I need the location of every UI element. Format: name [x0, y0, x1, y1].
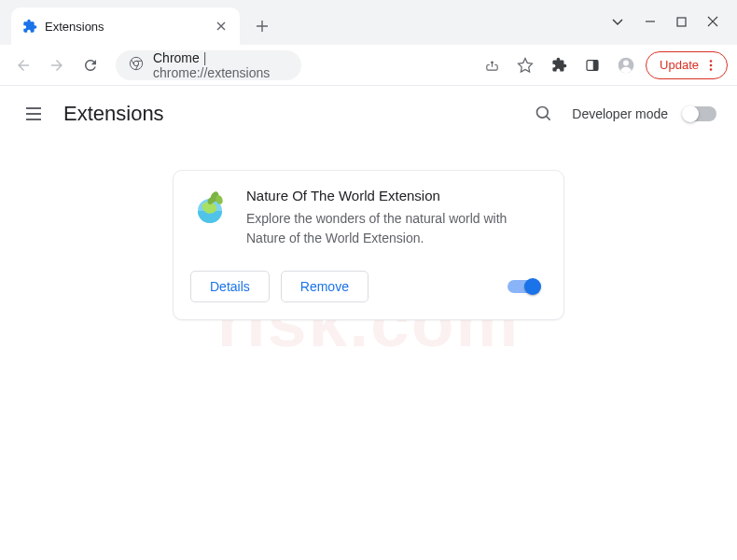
extension-puzzle-icon	[22, 19, 37, 34]
search-icon[interactable]	[531, 101, 557, 127]
svg-point-9	[710, 68, 713, 71]
minimize-icon[interactable]	[645, 15, 656, 30]
new-tab-button[interactable]	[249, 13, 275, 39]
side-panel-icon[interactable]	[578, 51, 606, 79]
extensions-puzzle-icon[interactable]	[545, 51, 573, 79]
reload-button[interactable]	[76, 51, 104, 79]
profile-avatar-icon[interactable]	[612, 51, 640, 79]
extension-enable-toggle[interactable]	[508, 280, 539, 293]
bookmark-star-icon[interactable]	[511, 51, 539, 79]
window-titlebar: Extensions	[0, 0, 737, 45]
svg-point-6	[623, 60, 629, 65]
remove-button[interactable]: Remove	[281, 271, 368, 302]
svg-point-8	[710, 63, 713, 66]
svg-rect-0	[677, 18, 686, 26]
chrome-icon	[129, 56, 144, 75]
svg-point-7	[710, 60, 713, 63]
svg-point-10	[537, 107, 549, 119]
share-icon[interactable]	[478, 51, 506, 79]
extension-description: Explore the wonders of the natural world…	[246, 209, 547, 248]
menu-dots-icon	[704, 59, 717, 72]
tab-title: Extensions	[45, 20, 206, 34]
omnibox-url: Chrome | chrome://extensions	[153, 50, 288, 80]
extension-card: Nature Of The World Extension Explore th…	[173, 170, 564, 320]
developer-mode-toggle[interactable]	[683, 106, 716, 121]
page-title: Extensions	[63, 102, 164, 126]
update-button[interactable]: Update	[646, 51, 728, 79]
extension-globe-icon	[190, 188, 229, 227]
forward-button[interactable]	[43, 51, 71, 79]
extensions-page-header: Extensions Developer mode	[0, 86, 737, 142]
developer-mode-label: Developer mode	[572, 106, 668, 121]
back-button[interactable]	[9, 51, 37, 79]
browser-toolbar: Chrome | chrome://extensions Update	[0, 45, 737, 86]
svg-rect-4	[593, 60, 598, 70]
chevron-down-icon[interactable]	[611, 15, 624, 31]
maximize-icon[interactable]	[676, 15, 687, 30]
close-window-icon[interactable]	[707, 15, 718, 30]
close-icon[interactable]	[214, 19, 229, 34]
hamburger-menu-icon[interactable]	[21, 101, 47, 127]
details-button[interactable]: Details	[190, 271, 270, 302]
browser-tab[interactable]: Extensions	[11, 7, 240, 45]
window-controls	[611, 0, 737, 45]
update-label: Update	[660, 58, 699, 72]
extension-name: Nature Of The World Extension	[246, 188, 547, 203]
omnibox[interactable]: Chrome | chrome://extensions	[116, 50, 301, 80]
